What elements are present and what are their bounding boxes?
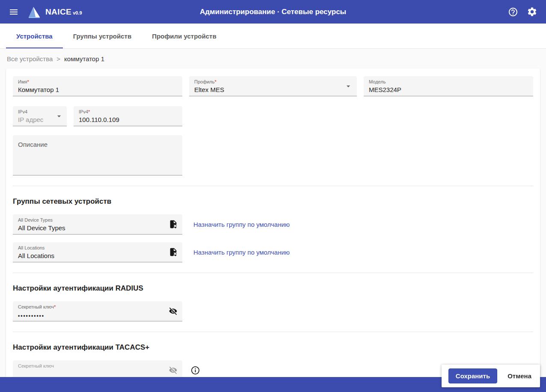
assign-default-group-link[interactable]: Назначить группу по умолчанию <box>193 249 290 256</box>
model-label: Модель <box>369 79 528 85</box>
section-divider <box>13 332 533 332</box>
profile-select[interactable]: Профиль* Eltex MES <box>189 76 357 96</box>
location-group-field[interactable]: All Locations All Locations <box>13 242 182 262</box>
breadcrumb: Все устройства > коммутатор 1 <box>0 49 546 68</box>
location-group-value: All Locations <box>18 252 177 259</box>
file-remove-icon <box>169 247 178 257</box>
section-divider <box>13 186 533 186</box>
ipv4-value: 100.110.0.109 <box>79 116 177 123</box>
gear-icon <box>527 6 537 17</box>
app-bar: NAICEv0.9 Администрирование · Сетевые ре… <box>0 0 546 24</box>
set-default-group-button[interactable] <box>168 246 179 258</box>
eye-off-icon <box>168 306 178 316</box>
ipv4-field[interactable]: IPv4* 100.110.0.109 <box>74 106 182 126</box>
device-type-group-field[interactable]: All Device Types All Device Types <box>13 214 182 235</box>
tacacs-info-button[interactable] <box>190 365 200 375</box>
ip-type-select[interactable]: IPv4 IP адрес <box>13 106 67 126</box>
model-value: MES2324P <box>369 86 528 93</box>
help-button[interactable] <box>506 5 520 19</box>
set-default-group-button[interactable] <box>168 219 179 230</box>
tab-bar: Устройства Группы устройств Профили устр… <box>0 24 546 49</box>
radius-secret-value: •••••••••• <box>18 313 177 319</box>
required-asterisk: * <box>88 109 90 114</box>
location-group-label: All Locations <box>18 245 177 251</box>
tab-devices[interactable]: Устройства <box>6 24 63 48</box>
profile-label: Профиль* <box>194 79 352 85</box>
save-button[interactable]: Сохранить <box>448 368 497 383</box>
tab-device-profiles[interactable]: Профили устройств <box>142 24 226 48</box>
settings-button[interactable] <box>525 5 539 19</box>
form-action-bar: Сохранить Отмена <box>442 365 540 387</box>
required-asterisk: * <box>54 304 56 309</box>
assign-default-group-link[interactable]: Назначить группу по умолчанию <box>193 221 290 228</box>
chevron-down-icon <box>344 82 353 92</box>
device-type-group-label: All Device Types <box>18 217 177 223</box>
tab-device-groups[interactable]: Группы устройств <box>63 24 142 48</box>
breadcrumb-root-link[interactable]: Все устройства <box>7 55 53 62</box>
device-form-card: Имя* Коммутатор 1 Профиль* Eltex MES Мод… <box>6 68 540 392</box>
radius-secret-label: Секретный ключ* <box>18 304 177 310</box>
tacacs-secret-label: Секретный ключ <box>18 363 177 369</box>
name-field[interactable]: Имя* Коммутатор 1 <box>13 76 182 96</box>
device-groups-section-title: Группы сетевых устройств <box>13 197 533 206</box>
tacacs-section-title: Настройки аутентификации TACACS+ <box>13 343 533 352</box>
brand-text: NAICE <box>45 7 71 16</box>
eye-off-icon <box>168 365 178 375</box>
menu-button[interactable] <box>7 5 21 19</box>
radius-secret-field[interactable]: Секретный ключ* •••••••••• <box>13 301 182 321</box>
section-divider <box>13 273 533 273</box>
menu-icon <box>9 7 19 17</box>
name-label: Имя* <box>18 79 177 85</box>
info-icon <box>190 365 200 375</box>
page-title: Администрирование · Сетевые ресурсы <box>200 8 346 16</box>
file-remove-icon <box>169 220 178 229</box>
toggle-radius-secret-visibility-button[interactable] <box>167 306 179 317</box>
version-text: v0.9 <box>73 10 82 15</box>
chevron-down-icon <box>55 112 63 122</box>
name-value: Коммутатор 1 <box>18 86 177 93</box>
model-field[interactable]: Модель MES2324P <box>364 76 533 96</box>
profile-value: Eltex MES <box>194 86 352 93</box>
toggle-tacacs-secret-visibility-button[interactable] <box>167 365 179 376</box>
ipv4-label: IPv4* <box>79 109 177 115</box>
breadcrumb-current: коммутатор 1 <box>64 55 104 62</box>
device-type-group-value: All Device Types <box>18 224 177 232</box>
cancel-button[interactable]: Отмена <box>506 370 533 382</box>
required-asterisk: * <box>27 79 29 84</box>
description-textarea[interactable] <box>13 135 182 175</box>
breadcrumb-separator: > <box>56 55 60 62</box>
app-logo <box>27 6 41 18</box>
required-asterisk: * <box>215 79 217 84</box>
radius-section-title: Настройки аутентификации RADIUS <box>13 284 533 293</box>
help-icon <box>508 7 518 17</box>
